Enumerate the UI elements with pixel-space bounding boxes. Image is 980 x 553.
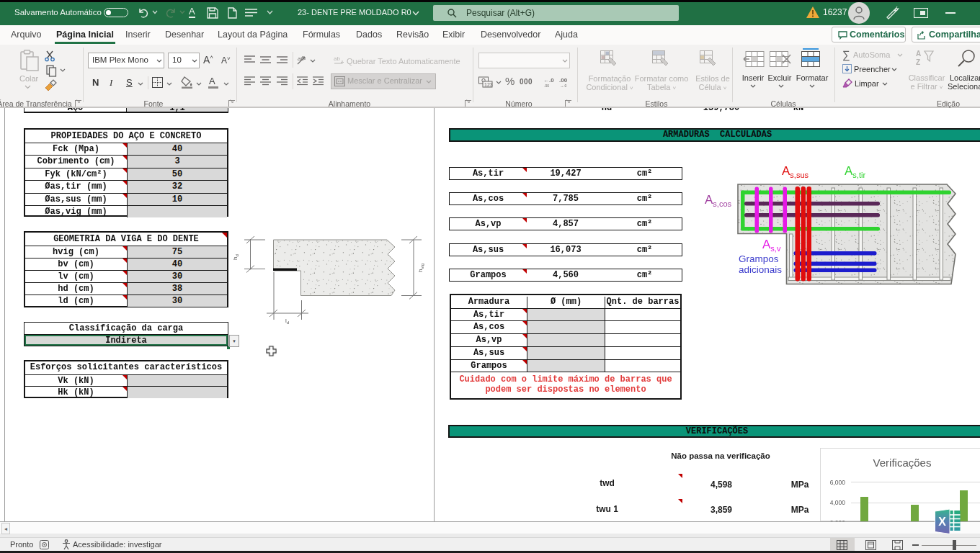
svg-text:A: A [916,50,921,58]
svg-text:123: 123 [484,82,493,87]
svg-text:X: X [938,516,946,528]
svg-text:ab: ab [298,55,304,62]
svg-text:ld: ld [285,318,289,325]
svg-text:hd: hd [232,254,239,260]
svg-text:.00: .00 [544,84,549,88]
svg-text:→.0: →.0 [560,84,566,88]
svg-text:Z: Z [916,58,920,66]
svg-text:ab: ab [334,55,340,62]
svg-text:hvig: hvig [417,264,424,272]
